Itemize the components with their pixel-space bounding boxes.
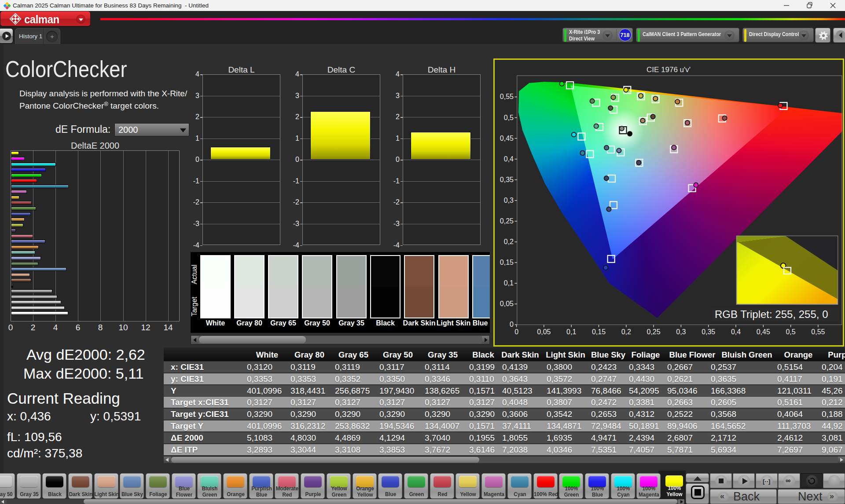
svg-text:0: 0 (510, 321, 514, 328)
svg-text:0,2: 0,2 (504, 238, 514, 245)
svg-text:0,25: 0,25 (500, 217, 514, 225)
svg-text:RGB Triplet: 255, 255, 0: RGB Triplet: 255, 255, 0 (715, 308, 828, 320)
svg-text:0,1: 0,1 (566, 328, 576, 336)
svg-text:CIE 1976 u'v': CIE 1976 u'v' (647, 66, 691, 74)
svg-text:0,35: 0,35 (702, 328, 715, 336)
svg-text:0,15: 0,15 (592, 328, 606, 336)
svg-text:0,5: 0,5 (504, 114, 514, 121)
svg-text:0,4: 0,4 (504, 155, 514, 163)
svg-text:0,45: 0,45 (757, 328, 770, 336)
svg-text:0,45: 0,45 (500, 135, 514, 142)
svg-text:0: 0 (514, 328, 518, 336)
svg-text:0,55: 0,55 (811, 328, 825, 336)
svg-text:0,1: 0,1 (504, 279, 514, 287)
svg-text:0,05: 0,05 (500, 300, 514, 307)
svg-text:0,05: 0,05 (537, 328, 551, 336)
svg-text:0,25: 0,25 (647, 328, 661, 336)
svg-text:0,4: 0,4 (731, 328, 741, 336)
svg-text:0,15: 0,15 (500, 259, 514, 266)
svg-text:0,5: 0,5 (786, 328, 795, 336)
svg-text:0,3: 0,3 (676, 328, 686, 336)
svg-text:0,2: 0,2 (621, 328, 631, 336)
svg-text:0,3: 0,3 (504, 197, 514, 204)
svg-text:0,55: 0,55 (500, 93, 514, 100)
svg-text:0,35: 0,35 (500, 176, 514, 183)
